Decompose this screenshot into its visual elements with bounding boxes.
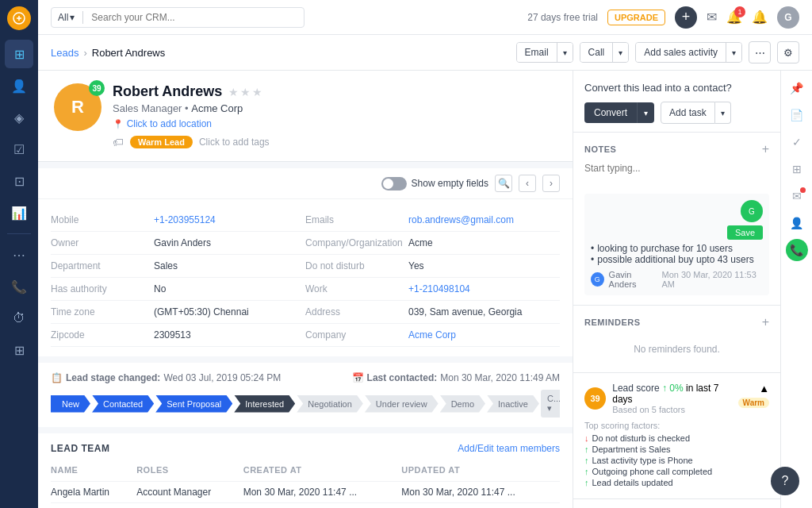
- add-tag[interactable]: Click to add tags: [199, 137, 270, 148]
- stage-contacted[interactable]: Contacted: [92, 395, 154, 413]
- contact-score-badge: 39: [89, 80, 105, 96]
- sidebar-calendar[interactable]: ⊡: [5, 167, 33, 195]
- add-sales-button[interactable]: Add sales activity: [636, 43, 726, 62]
- far-right-grid-icon[interactable]: ⊞: [786, 158, 808, 180]
- add-reminder-icon[interactable]: +: [762, 315, 769, 329]
- two-panel: R 39 Robert Andrews ★ ★ ★: [38, 71, 812, 508]
- logo[interactable]: [7, 6, 31, 30]
- factor-4-icon: ↑: [584, 467, 589, 476]
- sidebar-reports[interactable]: 📊: [5, 198, 33, 227]
- more-options-button[interactable]: ⋯: [749, 41, 771, 64]
- sidebar-deals[interactable]: ◈: [5, 103, 33, 132]
- stage-demo[interactable]: Demo: [440, 395, 485, 413]
- search-all-dropdown[interactable]: All ▾: [58, 12, 75, 23]
- factor-3-text: Last activity type is Phone: [592, 456, 693, 465]
- add-task-arrow-button[interactable]: ▾: [715, 102, 731, 124]
- far-right-phone-icon[interactable]: 📞: [786, 239, 808, 261]
- upgrade-button[interactable]: UPGRADE: [607, 10, 665, 25]
- company-label: Company: [305, 329, 408, 341]
- far-right-mail-icon[interactable]: ✉: [786, 185, 808, 207]
- breadcrumb-current: Robert Andrews: [92, 47, 166, 59]
- dnd-value: Yes: [408, 260, 424, 271]
- mobile-value[interactable]: +1-203955124: [154, 214, 216, 225]
- contact-location[interactable]: 📍 Click to add location: [113, 117, 557, 129]
- main-content: All ▾ 27 days free trial UPGRADE + ✉ 🔔 1…: [38, 0, 812, 508]
- authority-label: Has authority: [51, 283, 154, 294]
- sidebar-tasks[interactable]: ☑: [5, 135, 33, 164]
- far-right-doc-icon[interactable]: 📄: [786, 104, 808, 126]
- show-empty-toggle[interactable]: [381, 177, 407, 190]
- stage-more[interactable]: C.../Un... ▾: [541, 390, 560, 418]
- sidebar-home[interactable]: ⊞: [5, 40, 33, 68]
- add-edit-team-link[interactable]: Add/Edit team members: [458, 443, 560, 454]
- sidebar-phone[interactable]: 📞: [5, 272, 33, 301]
- search-input[interactable]: [91, 12, 297, 23]
- stage-inactive[interactable]: Inactive: [487, 395, 539, 413]
- score-badge: 39: [584, 387, 606, 410]
- member-updated: Mon 30 Mar, 2020 11:47 ...: [401, 482, 560, 503]
- user-avatar[interactable]: G: [777, 6, 799, 29]
- work-value[interactable]: +1-210498104: [408, 283, 470, 294]
- company-org-value: Acme: [408, 237, 433, 248]
- bell-icon[interactable]: 🔔: [752, 10, 768, 25]
- prev-fields-button[interactable]: ‹: [519, 175, 536, 192]
- next-fields-button[interactable]: ›: [542, 175, 560, 192]
- email-button[interactable]: Email: [517, 43, 557, 62]
- member-created: Mon 30 Mar, 2020 11:47 ...: [243, 482, 402, 503]
- add-note-icon[interactable]: +: [762, 142, 769, 156]
- stage-sent-proposal[interactable]: Sent Proposal: [155, 395, 232, 413]
- field-work: Work +1-210498104: [305, 278, 560, 301]
- lead-score-section: 39 Lead score ↑ 0% in last 7 days Based …: [573, 373, 780, 499]
- sidebar-more1[interactable]: ⋯: [5, 241, 33, 269]
- factor-4: ↑ Outgoing phone call completed: [584, 467, 769, 476]
- search-fields-button[interactable]: 🔍: [495, 175, 512, 192]
- convert-title: Convert this lead into a contact?: [584, 82, 769, 94]
- save-button[interactable]: Save: [727, 225, 763, 240]
- emails-value[interactable]: rob.andrews@gmail.com: [408, 214, 514, 225]
- star-3[interactable]: ★: [252, 86, 262, 98]
- sidebar-grid[interactable]: ⊞: [5, 336, 33, 364]
- score-left: 39 Lead score ↑ 0% in last 7 days Based …: [584, 383, 738, 414]
- stage-new[interactable]: New: [51, 395, 90, 413]
- contact-info: Robert Andrews ★ ★ ★ Sales Manager •: [113, 83, 557, 148]
- field-emails: Emails rob.andrews@gmail.com: [305, 209, 560, 232]
- email-icon[interactable]: ✉: [707, 10, 717, 25]
- stage-negotiation[interactable]: Negotiation: [297, 395, 363, 413]
- notes-input[interactable]: [584, 163, 769, 185]
- page-area: Leads › Robert Andrews Email ▾ Call ▾ Ad…: [38, 35, 812, 508]
- sidebar-clock[interactable]: ⏱: [5, 304, 33, 333]
- call-arrow[interactable]: ▾: [613, 43, 628, 62]
- call-button[interactable]: Call: [580, 43, 614, 62]
- contact-stars: ★ ★ ★: [228, 86, 262, 98]
- save-wrap: G: [591, 200, 763, 225]
- sidebar-contacts[interactable]: 👤: [5, 71, 33, 100]
- far-right-pin-icon[interactable]: 📌: [786, 77, 808, 99]
- add-task-button[interactable]: Add task: [661, 102, 715, 124]
- note-meta: G Gavin Anders Mon 30 Mar, 2020 11:53 AM: [591, 270, 763, 289]
- company-value[interactable]: Acme Corp: [408, 329, 456, 341]
- breadcrumb-leads[interactable]: Leads: [51, 47, 79, 59]
- stage-under-review[interactable]: Under review: [365, 395, 439, 413]
- convert-arrow-button[interactable]: ▾: [637, 102, 654, 123]
- timeline-header: 📋 Lead stage changed: Wed 03 Jul, 2019 0…: [51, 372, 560, 383]
- far-right-check-icon[interactable]: ✓: [786, 131, 808, 153]
- stage-interested[interactable]: Interested: [234, 395, 295, 413]
- divider: [82, 11, 83, 24]
- field-company-org: Company/Organization Acme: [305, 232, 560, 255]
- reminders-header: REMINDERS +: [584, 315, 769, 329]
- help-button[interactable]: ?: [771, 467, 799, 495]
- warm-tag[interactable]: Warm Lead: [130, 136, 193, 148]
- star-1[interactable]: ★: [228, 86, 239, 98]
- far-right-person-icon[interactable]: 👤: [786, 212, 808, 234]
- header-actions: Email ▾ Call ▾ Add sales activity ▾ ⋯ ⚙: [516, 41, 799, 64]
- email-split-button: Email ▾: [516, 42, 573, 63]
- sales-arrow[interactable]: ▾: [726, 43, 741, 62]
- factor-4-text: Outgoing phone call completed: [592, 467, 713, 476]
- convert-button[interactable]: Convert: [584, 102, 637, 123]
- email-arrow[interactable]: ▾: [557, 43, 573, 62]
- settings-button[interactable]: ⚙: [777, 41, 799, 64]
- star-2[interactable]: ★: [240, 86, 251, 98]
- notifications-icon[interactable]: 🔔 1: [726, 10, 742, 25]
- sales-activity-split-button: Add sales activity ▾: [635, 42, 742, 63]
- add-button[interactable]: +: [675, 6, 697, 29]
